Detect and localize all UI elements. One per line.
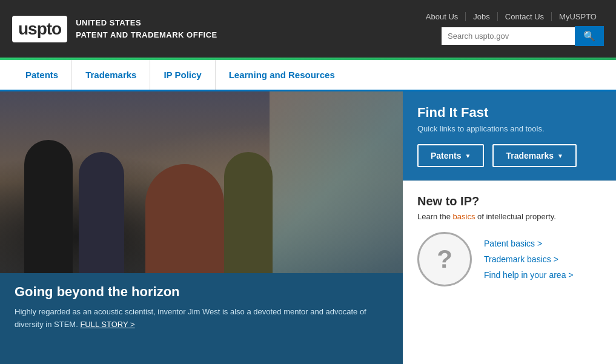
basics-link[interactable]: basics <box>453 212 475 221</box>
agency-name: UNITED STATES PATENT AND TRADEMARK OFFIC… <box>76 17 217 41</box>
agency-line2: PATENT AND TRADEMARK OFFICE <box>76 29 217 41</box>
person-figure-2 <box>79 152 124 273</box>
search-input[interactable] <box>442 27 575 45</box>
logo-text: uspto <box>18 19 61 38</box>
top-nav-jobs[interactable]: Jobs <box>466 12 497 21</box>
patents-chevron-icon: ▼ <box>465 153 471 159</box>
lab-background <box>270 91 403 273</box>
hero-title: Going beyond the horizon <box>15 284 388 300</box>
new-to-ip-content: ? Patent basics > Trademark basics > Fin… <box>417 232 601 286</box>
patents-btn-label: Patents <box>431 151 462 160</box>
nav-trademarks[interactable]: Trademarks <box>72 60 150 90</box>
hero-section: Going beyond the horizon Highly regarded… <box>0 91 403 364</box>
search-bar: 🔍 <box>442 26 604 46</box>
nav-ip-policy[interactable]: IP Policy <box>150 60 215 90</box>
site-header: uspto UNITED STATES PATENT AND TRADEMARK… <box>0 0 616 58</box>
top-nav-contact[interactable]: Contact Us <box>498 12 552 21</box>
person-figure-3 <box>145 164 224 273</box>
main-nav: Patents Trademarks IP Policy Learning an… <box>0 60 616 91</box>
new-to-ip-subtitle: Learn the basics of intellectual propert… <box>417 212 601 221</box>
hero-image <box>0 91 403 273</box>
person-figure-4 <box>224 152 273 273</box>
question-mark-icon: ? <box>437 245 452 274</box>
question-circle: ? <box>417 232 472 286</box>
top-nav: About Us Jobs Contact Us MyUSPTO <box>419 12 604 21</box>
ip-links: Patent basics > Trademark basics > Find … <box>484 239 573 280</box>
new-to-ip-title: New to IP? <box>417 194 601 208</box>
hero-caption: Going beyond the horizon Highly regarded… <box>0 273 403 364</box>
logo: uspto <box>12 16 67 42</box>
logo-area: uspto UNITED STATES PATENT AND TRADEMARK… <box>12 16 217 42</box>
trademarks-chevron-icon: ▼ <box>557 153 563 159</box>
find-help-link[interactable]: Find help in your area > <box>484 270 573 280</box>
right-panel: Find It Fast Quick links to applications… <box>403 91 616 364</box>
content-area: Going beyond the horizon Highly regarded… <box>0 91 616 364</box>
nav-patents[interactable]: Patents <box>12 60 72 90</box>
hero-description: Highly regarded as an acoustic scientist… <box>15 306 388 331</box>
find-fast-title: Find It Fast <box>417 105 601 121</box>
find-it-fast: Find It Fast Quick links to applications… <box>403 91 616 180</box>
agency-line1: UNITED STATES <box>76 17 217 29</box>
person-figure-1 <box>24 140 73 273</box>
full-story-link[interactable]: FULL STORY > <box>80 320 134 329</box>
top-nav-myuspto[interactable]: MyUSPTO <box>552 12 604 21</box>
new-to-ip: New to IP? Learn the basics of intellect… <box>403 180 616 364</box>
patents-quick-button[interactable]: Patents ▼ <box>417 144 484 167</box>
trademarks-btn-label: Trademarks <box>506 151 554 160</box>
find-fast-subtitle: Quick links to applications and tools. <box>417 124 601 133</box>
search-button[interactable]: 🔍 <box>575 26 604 46</box>
patent-basics-link[interactable]: Patent basics > <box>484 239 573 248</box>
top-nav-about[interactable]: About Us <box>419 12 466 21</box>
trademarks-quick-button[interactable]: Trademarks ▼ <box>492 144 577 167</box>
trademark-basics-link[interactable]: Trademark basics > <box>484 254 573 264</box>
nav-learning[interactable]: Learning and Resources <box>216 60 348 90</box>
header-right: About Us Jobs Contact Us MyUSPTO 🔍 <box>419 12 604 46</box>
find-fast-buttons: Patents ▼ Trademarks ▼ <box>417 144 601 167</box>
